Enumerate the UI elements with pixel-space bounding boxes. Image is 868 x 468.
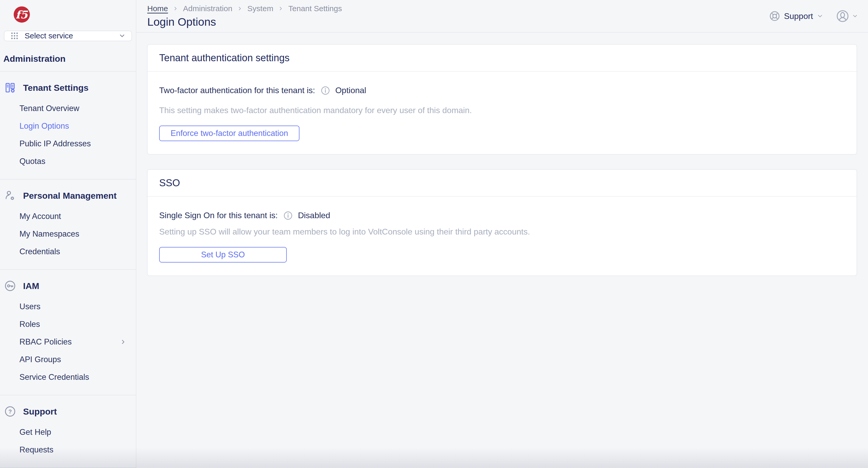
support-menu-label: Support: [784, 11, 813, 21]
sidebar-item-requests[interactable]: Requests: [0, 441, 136, 459]
card-title: Tenant authentication settings: [148, 45, 857, 71]
sidebar-item-login-options[interactable]: Login Options: [0, 117, 136, 135]
sidebar-item-my-account[interactable]: My Account: [0, 208, 136, 225]
section-title: Support: [23, 407, 57, 417]
sidebar-item-tenant-overview[interactable]: Tenant Overview: [0, 99, 136, 117]
info-icon[interactable]: [321, 86, 330, 95]
tenant-auth-settings-card: Tenant authentication settings Two-facto…: [147, 44, 857, 155]
sso-card: SSO Single Sign On for this tenant is: D…: [147, 169, 857, 276]
sidebar-item-api-groups[interactable]: API Groups: [0, 351, 136, 369]
sidebar-nav: Tenant Settings Tenant Overview Login Op…: [0, 71, 136, 468]
sso-status-value: Disabled: [298, 211, 330, 220]
section-header-iam[interactable]: IAM: [0, 277, 136, 294]
breadcrumb-administration: Administration: [183, 4, 232, 13]
section-header-support[interactable]: ? Support: [0, 403, 136, 420]
two-factor-description: This setting makes two-factor authentica…: [159, 106, 845, 115]
nav-section-personal-management: Personal Management My Account My Namesp…: [0, 179, 136, 269]
card-body: Single Sign On for this tenant is: Disab…: [148, 197, 857, 275]
section-header-tenant-settings[interactable]: Tenant Settings: [0, 79, 136, 96]
select-service-label: Select service: [25, 31, 113, 40]
topbar-left: Home Administration System Tenant Settin…: [147, 4, 342, 28]
account-menu[interactable]: [836, 10, 858, 22]
two-factor-status-row: Two-factor authentication for this tenan…: [159, 86, 845, 95]
card-title: SSO: [148, 170, 857, 197]
info-icon[interactable]: [283, 211, 293, 220]
section-title: Personal Management: [23, 191, 117, 201]
chevron-right-icon: [120, 339, 126, 345]
chevron-right-icon: [173, 6, 178, 11]
section-title: Tenant Settings: [23, 83, 89, 93]
sidebar-heading: Administration: [3, 54, 136, 64]
two-factor-status-value: Optional: [335, 86, 366, 95]
breadcrumb-system: System: [247, 4, 273, 13]
chevron-right-icon: [237, 6, 243, 11]
sidebar-item-rbac-policies[interactable]: RBAC Policies: [0, 333, 136, 351]
sidebar-item-users[interactable]: Users: [0, 298, 136, 316]
sidebar: f5 Select service Administration: [0, 0, 136, 468]
key-icon: [4, 280, 16, 292]
lifebuoy-icon: [769, 10, 780, 22]
select-service-dropdown[interactable]: Select service: [4, 31, 132, 41]
sidebar-item-quotas[interactable]: Quotas: [0, 152, 136, 170]
person-gear-icon: [4, 190, 16, 201]
sidebar-item-roles[interactable]: Roles: [0, 316, 136, 333]
chevron-down-icon: [817, 13, 824, 20]
content-area: Home Administration System Tenant Settin…: [136, 0, 868, 468]
chevron-down-icon: [852, 13, 858, 19]
sidebar-item-my-namespaces[interactable]: My Namespaces: [0, 225, 136, 243]
support-menu[interactable]: Support: [769, 10, 824, 22]
main-panel: Tenant authentication settings Two-facto…: [136, 33, 868, 276]
question-circle-icon: ?: [4, 406, 16, 417]
nav-section-iam: IAM Users Roles RBAC Policies API Groups…: [0, 269, 136, 395]
f5-logo[interactable]: f5: [9, 6, 34, 23]
breadcrumb: Home Administration System Tenant Settin…: [147, 4, 342, 13]
topbar: Home Administration System Tenant Settin…: [136, 0, 868, 33]
card-body: Two-factor authentication for this tenan…: [148, 71, 857, 154]
enforce-two-factor-button[interactable]: Enforce two-factor authentication: [159, 125, 300, 141]
f5-logo-text: f5: [16, 8, 28, 21]
sso-description: Setting up SSO will allow your team memb…: [159, 227, 845, 237]
breadcrumb-home-link[interactable]: Home: [147, 4, 168, 13]
svg-text:?: ?: [8, 408, 12, 415]
section-header-personal-management[interactable]: Personal Management: [0, 187, 136, 204]
tenant-settings-icon: [4, 82, 16, 93]
sidebar-item-service-credentials[interactable]: Service Credentials: [0, 369, 136, 386]
page-title: Login Options: [147, 16, 342, 28]
sso-status-label: Single Sign On for this tenant is:: [159, 211, 278, 220]
nav-section-support: ? Support Get Help Requests: [0, 395, 136, 467]
chevron-down-icon: [119, 32, 126, 39]
chevron-right-icon: [278, 6, 284, 11]
sidebar-item-public-ip-addresses[interactable]: Public IP Addresses: [0, 135, 136, 152]
sidebar-item-credentials[interactable]: Credentials: [0, 243, 136, 260]
nav-section-tenant-settings: Tenant Settings Tenant Overview Login Op…: [0, 71, 136, 179]
avatar-icon: [836, 10, 849, 22]
app-window: f5 Select service Administration: [0, 0, 868, 468]
sso-status-row: Single Sign On for this tenant is: Disab…: [159, 211, 845, 220]
sidebar-item-get-help[interactable]: Get Help: [0, 423, 136, 441]
section-title: IAM: [23, 281, 39, 291]
breadcrumb-tenant-settings: Tenant Settings: [288, 4, 342, 13]
two-factor-status-label: Two-factor authentication for this tenan…: [159, 86, 315, 95]
topbar-right: Support: [769, 4, 858, 28]
set-up-sso-button[interactable]: Set Up SSO: [159, 247, 287, 263]
sidebar-item-label: RBAC Policies: [20, 337, 72, 346]
grid-icon: [10, 31, 19, 40]
